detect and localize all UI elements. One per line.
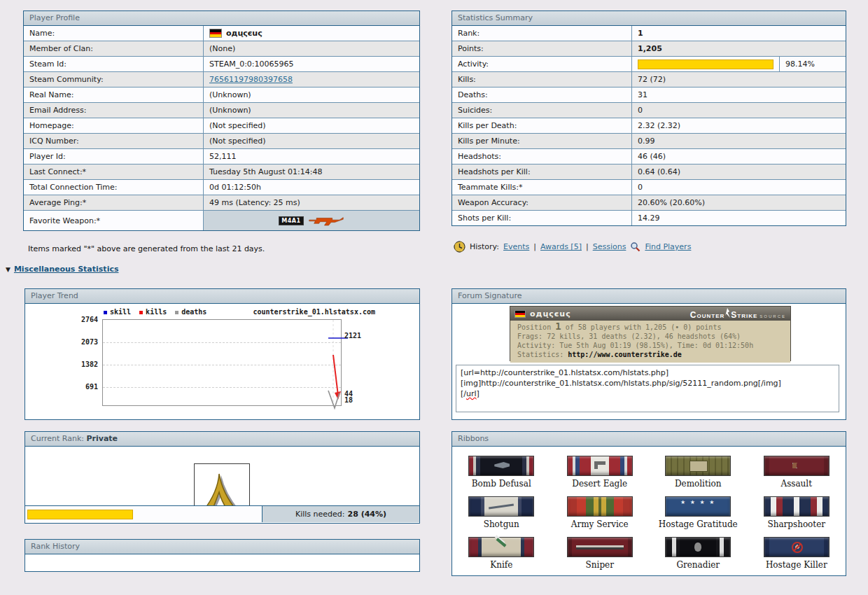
sig-line-position: Position 1 of 58 players with 1,205 (• 0… bbox=[517, 322, 783, 332]
legend-item: deaths bbox=[175, 308, 206, 316]
player-trend-body: skill kills deaths counterstrike_01.hlst… bbox=[25, 304, 419, 419]
y-tick: 691 bbox=[74, 383, 98, 391]
row-value: 0 bbox=[632, 180, 846, 195]
chart-title: counterstrike_01.hlstatsx.com bbox=[253, 308, 375, 316]
row-value: 49 ms (Latency: 25 ms) bbox=[204, 195, 419, 210]
ribbons-header: Ribbons bbox=[452, 432, 846, 447]
row-value: (Unknown) bbox=[204, 88, 419, 102]
table-row: Email Address: (Unknown) bbox=[24, 103, 419, 118]
sessions-link[interactable]: Sessions bbox=[593, 242, 626, 251]
plot-area bbox=[102, 319, 342, 406]
row-label: Rank: bbox=[452, 26, 632, 41]
table-row: Headshots per Kill: 0.64 (0.64) bbox=[452, 164, 846, 180]
kills-needed-cell: Kills needed: 28 (44%) bbox=[262, 506, 419, 522]
row-value: 0.64 (0.64) bbox=[632, 164, 846, 179]
rank-value: 1 bbox=[632, 26, 846, 41]
ribbon-item: Sniper bbox=[551, 537, 650, 570]
row-label: Activity: bbox=[452, 57, 632, 71]
y-tick: 2764 bbox=[74, 316, 98, 323]
steam-community-link[interactable]: 76561197980397658 bbox=[209, 75, 293, 84]
deaths-swatch bbox=[175, 311, 178, 314]
row-value: 52,111 bbox=[204, 149, 419, 164]
ribbon-label: Sniper bbox=[551, 560, 650, 570]
ribbons-grid: Bomb Defusal Desert Eagle Demolition Ass… bbox=[452, 447, 846, 570]
activity-cell: 98.14% bbox=[632, 57, 846, 71]
bbcode-line: [img]http://counterstrike_01.hlstatsx.co… bbox=[461, 378, 834, 388]
current-rank-header: Current Rank: Private bbox=[25, 432, 419, 447]
row-label: Teammate Kills:* bbox=[452, 180, 632, 195]
ribbon-label: Desert Eagle bbox=[551, 479, 650, 489]
rank-progress-bar bbox=[27, 510, 133, 519]
awards-link[interactable]: Awards [5] bbox=[540, 242, 582, 251]
chart-legend: skill kills deaths bbox=[104, 308, 206, 316]
ribbon-label: Hostage Gratitude bbox=[649, 519, 748, 529]
row-label: Shots per Kill: bbox=[452, 211, 632, 225]
counter-strike-logo: Counter Strike SOURCE bbox=[690, 308, 786, 320]
row-value: (None) bbox=[204, 41, 419, 56]
signature-title-bar: oдųςєuς Counter Strike SOURCE bbox=[510, 307, 790, 321]
y-tick: 2073 bbox=[74, 338, 98, 346]
logo-counter-text: Counter bbox=[690, 310, 724, 320]
spellcheck-underline: url bbox=[466, 389, 477, 398]
row-label: Headshots: bbox=[452, 149, 632, 164]
table-row: Kills per Minute: 0.99 bbox=[452, 134, 846, 149]
statistics-summary-header: Statistics Summary bbox=[452, 11, 846, 26]
current-rank-panel: Current Rank: Private Kills needed: 28 (… bbox=[24, 431, 420, 524]
forum-signature-body: oдųςєuς Counter Strike SOURCE Position 1… bbox=[452, 304, 846, 419]
sig-line-activity: Activity: Tue 5th Aug 01:19 (98.15%), Ti… bbox=[517, 341, 783, 350]
ribbon-bomb-defusal-image bbox=[468, 456, 534, 476]
miscellaneous-statistics-link[interactable]: Miscellaneous Statistics bbox=[14, 265, 119, 274]
table-row: Name: oдųςєuς bbox=[24, 26, 419, 41]
table-row: Favorite Weapon:* M4A1 bbox=[24, 211, 419, 230]
row-value: 46 (46) bbox=[632, 149, 846, 164]
history-clock-icon bbox=[454, 241, 465, 253]
legend-item: kills bbox=[139, 308, 167, 316]
rank-progress-row: Kills needed: 28 (44%) bbox=[25, 505, 419, 522]
player-profile-panel: Player Profile Name: oдųςєuς Member of C… bbox=[23, 10, 420, 231]
table-row: Headshots: 46 (46) bbox=[452, 149, 846, 164]
row-label: Points: bbox=[452, 41, 632, 56]
bbcode-line: [/url] bbox=[461, 388, 834, 399]
ribbon-label: Demolition bbox=[649, 479, 748, 489]
table-row: Real Name: (Unknown) bbox=[24, 88, 419, 103]
table-row: Weapon Accuracy: 20.60% (20.60%) bbox=[452, 195, 846, 211]
row-label: ICQ Number: bbox=[24, 134, 204, 148]
signature-stats-text: Position 1 of 58 players with 1,205 (• 0… bbox=[510, 321, 790, 363]
ribbon-desert-eagle-image bbox=[567, 456, 633, 476]
table-row: Steam Community: 76561197980397658 bbox=[24, 72, 419, 88]
skill-swatch bbox=[104, 311, 107, 314]
find-players-magnifier-icon bbox=[630, 241, 640, 252]
legend-item: skill bbox=[104, 308, 131, 316]
cs-figure-icon bbox=[724, 308, 731, 318]
find-players-link[interactable]: Find Players bbox=[645, 242, 691, 251]
row-label: Steam Id: bbox=[24, 57, 204, 71]
activity-bar bbox=[638, 59, 774, 69]
ribbon-label: Hostage Killer bbox=[748, 560, 846, 570]
row-label: Kills per Minute: bbox=[452, 134, 632, 148]
hlstatsx-player-page: { "colors": {"accent_yellow": "#FFD400",… bbox=[0, 0, 868, 595]
ribbon-army-service-image bbox=[567, 496, 633, 517]
ribbon-item: Sharpshooter bbox=[748, 496, 846, 529]
ribbon-item: Hostage Gratitude bbox=[649, 496, 748, 529]
ribbon-shotgun-image bbox=[468, 496, 534, 517]
row-value: (Unknown) bbox=[204, 103, 419, 118]
row-value: Tuesday 5th August 01:14:48 bbox=[204, 164, 419, 179]
legend-label: deaths bbox=[181, 308, 206, 316]
row-label: Email Address: bbox=[24, 103, 204, 118]
row-value: 2.32 (2.32) bbox=[632, 118, 846, 133]
row-value: 0.99 bbox=[632, 134, 846, 148]
rank-history-header: Rank History bbox=[25, 540, 419, 554]
row-value: 76561197980397658 bbox=[204, 72, 419, 87]
ribbon-label: Bomb Defusal bbox=[452, 479, 551, 489]
legend-label: kills bbox=[146, 308, 167, 316]
ribbon-label: Shotgun bbox=[452, 519, 551, 529]
table-row: ICQ Number: (Not specified) bbox=[24, 134, 419, 149]
row-value: oдųςєuς bbox=[204, 26, 419, 41]
row-value: 72 (72) bbox=[632, 72, 846, 87]
signature-bbcode-textarea[interactable]: [url=http://counterstrike_01.hlstatsx.co… bbox=[456, 365, 839, 412]
miscellaneous-statistics-toggle[interactable]: ▼ Miscellaneous Statistics bbox=[6, 265, 118, 274]
ribbon-item: Knife bbox=[452, 537, 551, 570]
statistics-summary-panel: Statistics Summary Rank: 1 Points: 1,205… bbox=[451, 10, 846, 226]
legend-label: skill bbox=[110, 308, 131, 316]
events-link[interactable]: Events bbox=[503, 242, 529, 251]
